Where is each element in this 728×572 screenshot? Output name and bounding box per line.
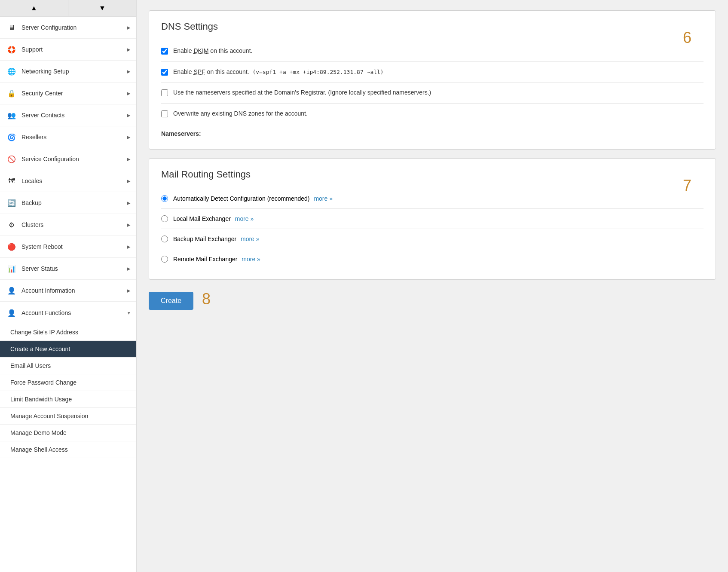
local-mail-radio[interactable] — [161, 215, 168, 222]
overwrite-dns-checkbox[interactable] — [161, 110, 168, 117]
sidebar-sub-item-force-password-change[interactable]: Force Password Change — [0, 374, 136, 391]
sidebar-item-label: Backup — [21, 199, 127, 206]
sidebar-sub-item-email-all-users[interactable]: Email All Users — [0, 358, 136, 374]
sidebar-item-security-center[interactable]: 🔒 Security Center ▶ — [0, 83, 136, 104]
sub-item-label: Email All Users — [10, 362, 51, 369]
nameservers-label: Nameservers: — [161, 130, 201, 137]
mail-option-remote-row: Remote Mail Exchanger more » — [161, 249, 704, 269]
resellers-icon: 🌀 — [6, 132, 17, 143]
chevron-right-icon: ▶ — [127, 113, 130, 118]
sidebar-item-server-contacts[interactable]: 👥 Server Contacts ▶ — [0, 104, 136, 126]
divider — [124, 307, 124, 319]
sidebar-scroll-up-button[interactable]: ▲ — [0, 0, 68, 16]
account-functions-icon: 👤 — [6, 307, 17, 318]
sidebar-sub-item-change-site-ip[interactable]: Change Site's IP Address — [0, 324, 136, 341]
sidebar-item-label: Server Configuration — [21, 24, 127, 31]
sidebar-item-networking-setup[interactable]: 🌐 Networking Setup ▶ — [0, 61, 136, 83]
spf-value: (v=spf1 +a +mx +ip4:89.252.131.87 ~all) — [252, 69, 383, 75]
enable-spf-checkbox[interactable] — [161, 69, 168, 76]
enable-spf-label: Enable SPF on this account. (v=spf1 +a +… — [173, 68, 704, 76]
backup-mail-more-link[interactable]: more » — [241, 236, 260, 242]
enable-spf-row: Enable SPF on this account. (v=spf1 +a +… — [161, 62, 704, 83]
chevron-right-icon: ▶ — [127, 178, 130, 184]
sidebar-item-system-reboot[interactable]: 🔴 System Reboot ▶ — [0, 236, 136, 258]
sidebar-item-server-configuration[interactable]: 🖥 Server Configuration ▶ — [0, 17, 136, 39]
backup-mail-label: Backup Mail Exchanger more » — [173, 236, 260, 242]
auto-detect-label: Automatically Detect Configuration (reco… — [173, 195, 333, 202]
mail-routing-step-number: 7 — [683, 177, 691, 195]
service-config-icon: 🚫 — [6, 153, 17, 165]
server-configuration-icon: 🖥 — [6, 22, 17, 33]
mail-option-local-row: Local Mail Exchanger more » — [161, 209, 704, 229]
sidebar-item-support[interactable]: 🛟 Support ▶ — [0, 39, 136, 61]
sidebar-sub-item-limit-bandwidth-usage[interactable]: Limit Bandwidth Usage — [0, 391, 136, 408]
sub-item-label: Change Site's IP Address — [10, 329, 78, 336]
auto-detect-radio[interactable] — [161, 195, 168, 202]
sidebar-scroll-down-button[interactable]: ▼ — [68, 0, 136, 16]
nameservers-section: Nameservers: — [161, 124, 704, 139]
sidebar-item-backup[interactable]: 🔄 Backup ▶ — [0, 192, 136, 214]
sub-item-label: Manage Account Suspension — [10, 413, 88, 419]
chevron-right-icon: ▶ — [127, 91, 130, 96]
dns-settings-title: DNS Settings — [161, 21, 704, 32]
dkim-abbr: DKIM — [193, 47, 208, 54]
security-icon: 🔒 — [6, 88, 17, 99]
sidebar-item-label: Resellers — [21, 134, 127, 141]
local-mail-more-link[interactable]: more » — [235, 215, 254, 222]
locales-icon: 🗺 — [6, 175, 17, 187]
sidebar-sub-item-manage-account-suspension[interactable]: Manage Account Suspension — [0, 408, 136, 425]
enable-dkim-row: Enable DKIM on this account. — [161, 41, 704, 62]
create-button[interactable]: Create — [149, 292, 193, 310]
overwrite-dns-row: Overwrite any existing DNS zones for the… — [161, 104, 704, 125]
account-info-icon: 👤 — [6, 285, 17, 296]
sidebar-item-account-functions[interactable]: 👤 Account Functions ▾ — [0, 302, 136, 324]
dns-settings-card: DNS Settings 6 Enable DKIM on this accou… — [149, 10, 716, 150]
sidebar-item-account-information[interactable]: 👤 Account Information ▶ — [0, 280, 136, 302]
sidebar-item-locales[interactable]: 🗺 Locales ▶ — [0, 170, 136, 192]
sidebar-item-clusters[interactable]: ⚙ Clusters ▶ — [0, 214, 136, 236]
remote-mail-more-link[interactable]: more » — [242, 256, 260, 263]
backup-mail-radio[interactable] — [161, 236, 168, 242]
sidebar-sub-item-manage-demo-mode[interactable]: Manage Demo Mode — [0, 425, 136, 441]
chevron-right-icon: ▶ — [127, 200, 130, 206]
support-icon: 🛟 — [6, 44, 17, 55]
sidebar-item-label: Support — [21, 46, 127, 53]
sub-item-label: Manage Shell Access — [10, 446, 68, 453]
sidebar-item-label: Service Configuration — [21, 156, 127, 162]
auto-detect-more-link[interactable]: more » — [314, 195, 333, 202]
sidebar-item-label: Account Functions — [21, 309, 124, 316]
chevron-right-icon: ▶ — [127, 222, 130, 228]
use-nameservers-checkbox[interactable] — [161, 89, 168, 96]
sidebar: ▲ ▼ 🖥 Server Configuration ▶ 🛟 Support ▶… — [0, 0, 137, 572]
sidebar-item-service-configuration[interactable]: 🚫 Service Configuration ▶ — [0, 148, 136, 170]
clusters-icon: ⚙ — [6, 219, 17, 230]
sidebar-nav: 🖥 Server Configuration ▶ 🛟 Support ▶ 🌐 N… — [0, 17, 136, 572]
sidebar-item-resellers[interactable]: 🌀 Resellers ▶ — [0, 126, 136, 148]
enable-dkim-label: Enable DKIM on this account. — [173, 47, 704, 55]
mail-routing-card: Mail Routing Settings 7 Automatically De… — [149, 158, 716, 280]
sidebar-item-label: Server Contacts — [21, 112, 127, 119]
sidebar-item-server-status[interactable]: 📊 Server Status ▶ — [0, 258, 136, 280]
sidebar-scroll-controls: ▲ ▼ — [0, 0, 136, 17]
chevron-right-icon: ▶ — [127, 156, 130, 162]
sidebar-sub-item-create-new-account[interactable]: Create a New Account — [0, 341, 136, 358]
mail-option-backup-row: Backup Mail Exchanger more » — [161, 229, 704, 249]
local-mail-label: Local Mail Exchanger more » — [173, 215, 254, 222]
use-nameservers-label: Use the nameservers specified at the Dom… — [173, 89, 704, 97]
sub-item-label: Limit Bandwidth Usage — [10, 396, 72, 403]
sub-item-label: Create a New Account — [10, 346, 70, 352]
chevron-right-icon: ▶ — [127, 135, 130, 140]
chevron-right-icon: ▶ — [127, 25, 130, 31]
chevron-down-icon: ▾ — [128, 310, 130, 316]
sidebar-item-label: Locales — [21, 177, 127, 184]
sidebar-item-label: Clusters — [21, 221, 127, 228]
enable-dkim-checkbox[interactable] — [161, 48, 168, 55]
sidebar-sub-item-manage-shell-access[interactable]: Manage Shell Access — [0, 441, 136, 458]
overwrite-dns-label: Overwrite any existing DNS zones for the… — [173, 110, 704, 118]
remote-mail-label: Remote Mail Exchanger more » — [173, 256, 260, 263]
main-content: DNS Settings 6 Enable DKIM on this accou… — [137, 0, 728, 572]
server-contacts-icon: 👥 — [6, 110, 17, 121]
chevron-right-icon: ▶ — [127, 69, 130, 74]
remote-mail-radio[interactable] — [161, 256, 168, 263]
sidebar-item-label: Networking Setup — [21, 68, 127, 75]
